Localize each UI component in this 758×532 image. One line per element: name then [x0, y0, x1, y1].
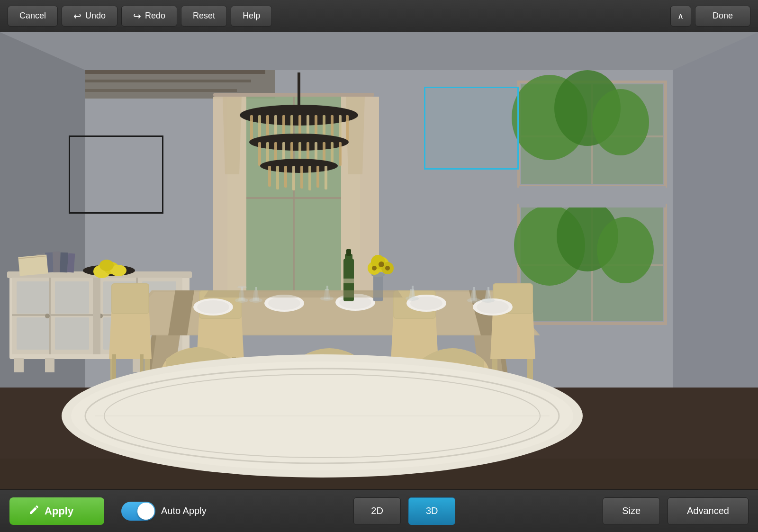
svg-rect-68 — [308, 166, 311, 190]
cancel-button[interactable]: Cancel — [8, 6, 58, 27]
reset-button[interactable]: Reset — [181, 6, 227, 27]
svg-rect-83 — [12, 314, 95, 316]
toggle-thumb — [137, 503, 154, 520]
svg-rect-18 — [246, 197, 341, 199]
room-scene — [0, 32, 758, 489]
svg-point-32 — [597, 217, 654, 283]
svg-rect-93 — [93, 278, 100, 354]
view-3d-label: 3D — [426, 505, 438, 516]
scene-area[interactable] — [0, 32, 758, 489]
svg-rect-97 — [60, 252, 68, 273]
svg-marker-13 — [223, 97, 242, 174]
apply-button[interactable]: Apply — [9, 497, 104, 525]
svg-rect-63 — [268, 166, 271, 187]
svg-point-172 — [385, 266, 390, 271]
redo-label: Redo — [145, 11, 165, 21]
svg-marker-115 — [109, 312, 152, 359]
svg-rect-37 — [250, 115, 253, 141]
svg-rect-185 — [412, 286, 414, 299]
svg-rect-188 — [473, 287, 475, 300]
cancel-label: Cancel — [19, 11, 46, 21]
svg-rect-78 — [17, 281, 51, 314]
wall-frame[interactable] — [69, 135, 163, 214]
svg-rect-79 — [17, 317, 51, 350]
svg-point-25 — [592, 89, 649, 155]
svg-marker-192 — [204, 290, 403, 298]
view-2d-label: 2D — [371, 505, 383, 516]
view-2d-button[interactable]: 2D — [353, 497, 401, 525]
apply-icon — [28, 504, 40, 518]
svg-rect-9 — [85, 89, 237, 92]
svg-rect-191 — [487, 287, 489, 300]
svg-rect-11 — [213, 93, 374, 97]
svg-point-176 — [237, 286, 247, 289]
help-button[interactable]: Help — [231, 6, 272, 27]
advanced-label: Advanced — [687, 505, 729, 516]
svg-rect-96 — [53, 252, 61, 272]
svg-marker-134 — [490, 312, 535, 359]
svg-rect-98 — [67, 253, 75, 273]
svg-point-170 — [372, 266, 377, 271]
selection-box[interactable] — [424, 87, 519, 170]
done-button[interactable]: Done — [695, 6, 750, 27]
help-label: Help — [243, 11, 260, 21]
svg-point-153 — [268, 297, 300, 310]
bottom-toolbar: Apply Auto Apply 2D 3D Size Advanced — [0, 489, 758, 532]
svg-rect-51 — [258, 142, 261, 166]
collapse-button[interactable]: ∧ — [670, 6, 691, 27]
svg-rect-117 — [112, 284, 148, 313]
apply-label: Apply — [45, 505, 73, 517]
undo-button[interactable]: ↩ Undo — [62, 6, 117, 27]
auto-apply-group: Auto Apply — [121, 502, 207, 521]
svg-rect-61 — [339, 142, 342, 166]
svg-rect-163 — [343, 279, 354, 283]
redo-button[interactable]: ↪ Redo — [121, 6, 177, 27]
undo-icon: ↩ — [73, 10, 81, 22]
svg-rect-162 — [346, 249, 351, 256]
auto-apply-label: Auto Apply — [161, 505, 207, 516]
svg-point-91 — [45, 314, 50, 318]
reset-label: Reset — [193, 11, 215, 21]
undo-label: Undo — [85, 11, 106, 21]
svg-rect-8 — [85, 80, 251, 82]
svg-point-105 — [99, 260, 114, 271]
svg-rect-65 — [284, 166, 287, 188]
svg-point-151 — [197, 300, 229, 314]
svg-rect-66 — [292, 166, 295, 190]
top-toolbar: Cancel ↩ Undo ↪ Redo Reset Help ∧ Done — [0, 0, 758, 32]
svg-rect-67 — [300, 166, 303, 189]
svg-point-171 — [379, 261, 384, 267]
size-button[interactable]: Size — [603, 497, 660, 525]
svg-rect-74 — [45, 358, 54, 372]
svg-rect-69 — [316, 166, 319, 188]
redo-icon: ↪ — [133, 10, 141, 22]
toggle-track — [121, 502, 155, 521]
auto-apply-toggle[interactable] — [121, 502, 155, 521]
size-label: Size — [622, 505, 641, 516]
done-label: Done — [713, 11, 733, 20]
svg-rect-80 — [55, 281, 89, 314]
svg-rect-33 — [519, 186, 666, 207]
svg-rect-81 — [55, 317, 89, 350]
chevron-up-icon: ∧ — [677, 11, 684, 21]
svg-rect-73 — [14, 358, 24, 372]
svg-rect-70 — [325, 166, 327, 189]
view-3d-button[interactable]: 3D — [408, 497, 456, 525]
svg-point-159 — [477, 300, 509, 314]
advanced-button[interactable]: Advanced — [668, 497, 749, 525]
svg-rect-7 — [85, 70, 265, 74]
svg-rect-64 — [276, 166, 279, 189]
svg-rect-49 — [346, 115, 349, 141]
